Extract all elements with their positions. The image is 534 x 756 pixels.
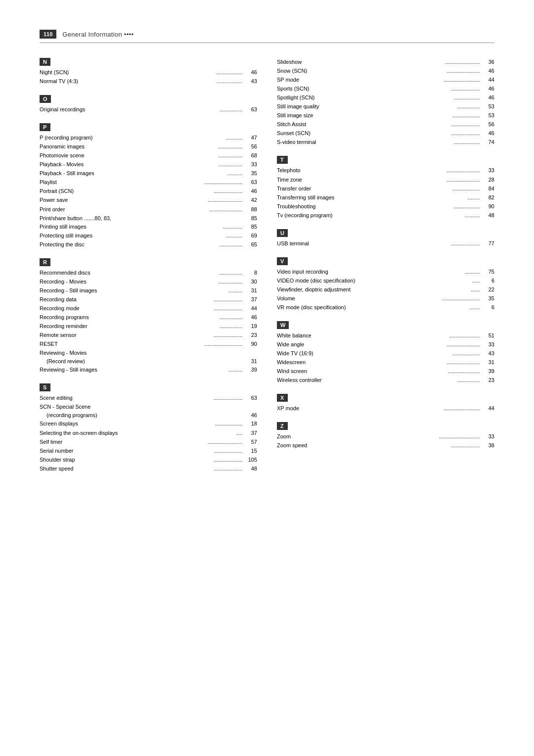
index-entry: USB terminal...................77 <box>277 239 494 248</box>
index-entry: Time zone......................28 <box>277 176 494 185</box>
index-entry: Viewfinder, dioptric adjustment......22 <box>277 285 494 294</box>
index-entry: Recording - Still images.........31 <box>40 286 257 295</box>
entry-page: 57 <box>242 438 257 447</box>
index-entry: Sunset (SCN)...................46 <box>277 129 494 138</box>
entry-label: Power save <box>40 196 141 205</box>
entry-page: 28 <box>480 176 494 185</box>
entry-dots: ....................... <box>141 196 242 205</box>
entry-label: Still image size <box>277 111 378 120</box>
index-section-Z: ZZoom...........................33Zoom s… <box>277 422 494 450</box>
index-entry: Reviewing - Still images.........39 <box>40 366 257 375</box>
entry-label: Sports (SCN) <box>277 85 378 94</box>
entry-label: Wide angle <box>277 340 378 349</box>
index-entry: XP mode........................44 <box>277 404 494 413</box>
index-section-X: XXP mode........................44 <box>277 394 494 413</box>
index-entry: Wind screen.....................39 <box>277 367 494 376</box>
entry-label: Print/share button .......80, 83, <box>40 214 242 223</box>
entry-page: 23 <box>480 376 494 385</box>
entry-page: 77 <box>480 239 494 248</box>
entry-dots: .................. <box>378 349 480 358</box>
entry-page: 85 <box>242 214 257 223</box>
entry-label: Troubleshooting <box>277 202 378 211</box>
entry-page: 63 <box>242 394 257 403</box>
entry-page: 31 <box>242 357 257 366</box>
entry-label: Playlist <box>40 178 141 187</box>
entry-dots: ................... <box>378 120 480 129</box>
index-entry: Portrait (SCN)...................46 <box>40 187 257 196</box>
page-number: 110 <box>40 30 56 39</box>
entry-label: Selecting the on-screen displays <box>40 429 141 438</box>
page: 110 General Information •••• NNight (SCN… <box>0 0 534 756</box>
index-entry: Stitch Assist...................56 <box>277 120 494 129</box>
entry-page: 39 <box>480 367 494 376</box>
entry-label: Snow (SCN) <box>277 67 378 76</box>
index-section-N: NNight (SCN).................46Normal TV… <box>40 58 257 86</box>
index-entry: Photomovie scene................68 <box>40 151 257 160</box>
entry-dots: ................. <box>141 77 242 86</box>
header-title: General Information •••• <box>62 31 134 38</box>
entry-dots: .................. <box>378 111 480 120</box>
entry-page: 36 <box>480 58 494 67</box>
index-entry: Still image size..................53 <box>277 111 494 120</box>
entry-dots: ......................... <box>378 294 480 303</box>
entry-page: 46 <box>242 187 257 196</box>
entry-label: Still image quality <box>277 102 378 111</box>
entry-label: Recommended discs <box>40 269 141 278</box>
index-entry: Normal TV (4:3).................43 <box>40 77 257 86</box>
entry-page: 51 <box>480 331 494 340</box>
entry-dots: ................ <box>141 278 242 286</box>
entry-page: 48 <box>480 211 494 220</box>
index-entry: Telephoto......................33 <box>277 166 494 175</box>
entry-label: Original recordings <box>40 105 141 114</box>
right-column: Slideshow.......................36Snow (… <box>277 58 494 482</box>
entry-page: 22 <box>480 285 494 294</box>
entry-label: Serial number <box>40 447 141 456</box>
entry-dots: ............... <box>141 240 242 249</box>
entry-label: S-video terminal <box>277 138 378 147</box>
entry-label: (recording programs) <box>40 411 242 420</box>
entry-page: 30 <box>242 278 257 286</box>
entry-page: 18 <box>242 420 257 428</box>
index-entry: Serial number...................15 <box>40 447 257 456</box>
entry-dots: ....................... <box>378 58 480 67</box>
entry-dots: ................... <box>378 85 480 94</box>
index-entry: Slideshow.......................36 <box>277 58 494 67</box>
entry-page: 44 <box>480 404 494 413</box>
entry-dots: ............. <box>141 223 242 232</box>
index-section-S: SScene editing...................63SCN -… <box>40 383 257 473</box>
section-letter-T: T <box>277 156 288 164</box>
index-entry: Wide TV (16:9)..................43 <box>277 349 494 358</box>
index-entry: (recording programs)46 <box>40 411 257 420</box>
entry-dots: ......... <box>141 366 242 375</box>
entry-page: 33 <box>480 166 494 175</box>
index-entry: Recommended discs...............8 <box>40 269 257 278</box>
index-entry: Spotlight (SCN).................46 <box>277 94 494 102</box>
entry-label: Remote sensor <box>40 331 141 340</box>
section-letter-V: V <box>277 257 288 265</box>
entry-dots: ........... <box>141 232 242 240</box>
entry-dots: .... <box>141 429 242 438</box>
entry-dots: ................ <box>141 160 242 169</box>
entry-page: 88 <box>242 205 257 214</box>
entry-dots: ................. <box>141 68 242 77</box>
entry-page: 84 <box>480 185 494 193</box>
entry-page: 15 <box>242 447 257 456</box>
entry-dots: ...................... <box>378 67 480 76</box>
entry-label: Telephoto <box>277 166 378 175</box>
entry-label: XP mode <box>277 404 378 413</box>
entry-page: 6 <box>480 303 494 312</box>
entry-page: 47 <box>242 134 257 142</box>
index-entry: Protecting still images...........69 <box>40 232 257 240</box>
entry-dots: ........... <box>141 134 242 142</box>
left-column: NNight (SCN).................46Normal TV… <box>40 58 257 482</box>
index-entry: Video input recording..........75 <box>277 268 494 277</box>
index-entry: Transferring still images........82 <box>277 193 494 202</box>
entry-label: Tv (recording program) <box>277 211 378 220</box>
index-entry: Shoulder strap...................105 <box>40 456 257 465</box>
entry-page: 63 <box>242 105 257 114</box>
entry-label: Playback - Movies <box>40 160 141 169</box>
index-entry: Recording - Movies................30 <box>40 278 257 286</box>
entry-label: Print order <box>40 205 141 214</box>
entry-dots: ........................ <box>378 404 480 413</box>
index-entry: (Record review)31 <box>40 357 257 366</box>
